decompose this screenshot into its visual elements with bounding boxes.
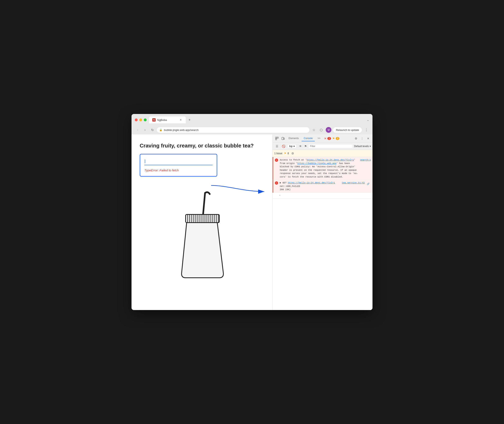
search-input[interactable] <box>144 158 213 165</box>
settings-button[interactable]: ⚙ <box>353 136 359 141</box>
get-method: ▶ GET <box>280 181 288 184</box>
page-heading: Craving fruity, creamy, or classic bubbl… <box>140 143 264 149</box>
top-label: top <box>289 145 293 148</box>
inspect-element-button[interactable] <box>274 136 280 141</box>
minimize-button[interactable] <box>139 118 142 121</box>
default-levels-dropdown[interactable]: Default levels ▾ <box>354 145 371 148</box>
issues-bar: 1 Issue: ⚑ 8 ⚙ <box>273 150 373 157</box>
network-link-button[interactable]: 🔗 <box>366 181 371 187</box>
close-button[interactable] <box>135 118 138 121</box>
clear-console-button[interactable]: 🚫 <box>281 143 286 149</box>
svg-line-1 <box>203 193 205 215</box>
tab-more[interactable]: >> <box>316 136 323 141</box>
svg-rect-19 <box>275 137 277 138</box>
extension-button[interactable]: ⬡ <box>318 127 324 133</box>
device-toolbar-button[interactable] <box>280 136 286 141</box>
spacer <box>274 194 278 197</box>
get-code: 200 (OK) <box>280 188 291 191</box>
tab-label: NgBoba <box>157 118 167 122</box>
eye-button[interactable]: 👁 <box>298 143 303 149</box>
issues-settings-button[interactable]: ⚙ <box>290 151 295 156</box>
arrow-indicator <box>211 181 268 198</box>
expand-arrow[interactable]: › <box>279 194 280 197</box>
levels-dropdown-icon: ▾ <box>370 145 371 148</box>
cors-fetch-url[interactable]: https://hello-io-24.deno.dev/?lvl=1 <box>307 159 354 161</box>
active-tab[interactable]: N NgBoba ✕ <box>149 116 186 123</box>
tab-close-button[interactable]: ✕ <box>179 118 183 122</box>
forward-button[interactable]: › <box>142 127 148 133</box>
bookmark-button[interactable]: ☆ <box>311 127 317 133</box>
issues-count: 8 <box>287 152 289 155</box>
tab-console[interactable]: Console <box>302 136 315 141</box>
devtools-panel: Elements Console >> ✕ 2 ⚑ 8 ⚙ ⋮ ✕ ☰ � <box>272 134 373 310</box>
console-entry-cors: ✕ Access to fetch at 'https://hello-io-2… <box>273 157 373 180</box>
tab-bar: N NgBoba ✕ + <box>149 116 192 123</box>
relaunch-button[interactable]: Relaunch to update <box>333 127 362 133</box>
chevron-down-icon: ⌄ <box>367 118 369 122</box>
default-levels-label: Default levels <box>354 145 369 148</box>
svg-rect-20 <box>277 137 278 138</box>
maximize-button[interactable] <box>144 118 147 121</box>
search-box: TypeError: Failed to fetch <box>140 154 217 177</box>
devtools-toolbar: Elements Console >> ✕ 2 ⚑ 8 ⚙ ⋮ ✕ <box>273 134 373 143</box>
tab-favicon: N <box>152 118 156 122</box>
get-url[interactable]: https://hello-io-24.deno.dev/?lvl=1 <box>288 181 335 184</box>
error-count-badge: 2 <box>327 137 331 140</box>
window-controls <box>135 118 147 121</box>
get-status: net::ERR_FAILED <box>280 185 300 187</box>
tab-elements[interactable]: Elements <box>286 136 301 141</box>
cors-error-text: Access to fetch at 'https://hello-io-24.… <box>280 158 371 179</box>
back-button[interactable]: ‹ <box>135 127 141 133</box>
profile-button[interactable]: U <box>326 127 331 133</box>
warning-icon: ⚑ <box>332 137 335 140</box>
url-text: bubble-jingle.web.app/search <box>164 128 307 131</box>
console-filter-input[interactable] <box>308 144 353 149</box>
secure-icon: 🔒 <box>159 128 162 131</box>
text-cursor <box>145 160 145 163</box>
cors-origin-url[interactable]: https://bubble-jingle.web.app <box>297 162 336 165</box>
context-selector[interactable]: top ▾ <box>287 144 297 148</box>
new-tab-button[interactable]: + <box>187 117 192 123</box>
profile-avatar: U <box>326 127 331 133</box>
devtools-console-toolbar: ☰ 🚫 top ▾ 👁 ⚑ Default levels ▾ <box>273 143 373 150</box>
address-bar: ‹ › ↻ 🔒 bubble-jingle.web.app/search ☆ ⬡… <box>131 125 373 134</box>
error-icon-2: ✕ <box>275 181 278 185</box>
browser-window: N NgBoba ✕ + ⌄ ‹ › ↻ 🔒 bubble-jingle.web… <box>131 114 373 310</box>
get-error-source[interactable]: tea.service.ts:42 <box>342 181 365 185</box>
error-message: TypeError: Failed to fetch <box>144 168 213 172</box>
error-icon-1: ✕ <box>275 158 278 162</box>
reload-button[interactable]: ↻ <box>149 127 155 133</box>
get-error-text: ▶ GET https://hello-io-24.deno.dev/?lvl=… <box>280 181 371 191</box>
sidebar-toggle-button[interactable]: ☰ <box>274 143 280 149</box>
webpage: Craving fruity, creamy, or classic bubbl… <box>131 134 272 310</box>
devtools-more-button[interactable]: ⋮ <box>359 136 365 141</box>
url-bar[interactable]: 🔒 bubble-jingle.web.app/search <box>157 127 309 133</box>
more-button[interactable]: ⋮ <box>363 127 369 133</box>
close-devtools-button[interactable]: ✕ <box>366 136 371 141</box>
browser-content: Craving fruity, creamy, or classic bubbl… <box>131 134 373 310</box>
svg-rect-22 <box>282 137 283 140</box>
title-bar: N NgBoba ✕ + ⌄ <box>131 114 373 125</box>
context-dropdown-icon: ▾ <box>293 145 295 148</box>
error-icon: ✕ <box>324 137 327 140</box>
filter-icon: ⚑ <box>304 145 307 148</box>
cors-error-source[interactable]: search:1 <box>360 158 371 179</box>
console-entry-get: ✕ ▶ GET https://hello-io-24.deno.dev/?lv… <box>273 180 373 193</box>
issues-label: 1 Issue: <box>274 152 283 155</box>
bubble-tea-illustration <box>140 189 264 283</box>
svg-rect-21 <box>275 139 277 140</box>
console-expand-entry: › <box>273 193 373 199</box>
title-bar-top: N NgBoba ✕ + ⌄ <box>135 116 369 123</box>
warning-count-badge: 8 <box>336 137 339 140</box>
svg-rect-23 <box>284 138 285 139</box>
console-output: ✕ Access to fetch at 'https://hello-io-2… <box>273 157 373 310</box>
issues-warning-icon: ⚑ <box>284 152 286 155</box>
